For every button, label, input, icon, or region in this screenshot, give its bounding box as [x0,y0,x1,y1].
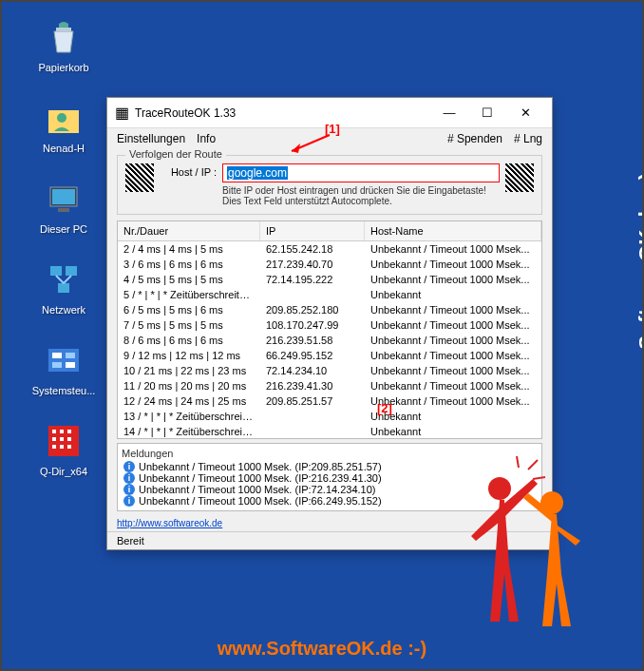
svg-rect-10 [52,353,62,358]
table-row[interactable]: 2 / 4 ms | 4 ms | 5 ms62.155.242.18Unbek… [118,241,541,257]
messages-label: Meldungen [122,448,538,459]
svg-rect-4 [52,189,75,204]
table-row[interactable]: 9 / 12 ms | 12 ms | 12 ms66.249.95.152Un… [118,348,541,363]
svg-rect-22 [60,445,64,449]
desktop-icon-user[interactable]: Nenad-H [30,97,97,154]
host-label: Host / IP : [160,163,217,178]
watermark-vertical: www.SoftwareOK.de :-) [635,173,644,403]
message-row: iUnbekannt / Timeout 1000 Msek. (IP:72.1… [122,484,538,495]
svg-rect-8 [58,283,69,293]
messages-panel: Meldungen iUnbekannt / Timeout 1000 Msek… [117,443,542,511]
app-icon: ▦ [115,104,129,122]
svg-rect-17 [67,430,71,433]
desktop-icon-pc[interactable]: Dieser PC [30,178,97,235]
svg-rect-18 [52,437,56,441]
menu-lang[interactable]: # Lng [514,132,542,145]
qr-icon-right[interactable] [505,163,534,192]
desktop-icon-control[interactable]: Systemsteu... [30,339,97,396]
table-row[interactable]: 8 / 6 ms | 6 ms | 6 ms216.239.51.58Unbek… [118,333,541,348]
maximize-button[interactable]: ☐ [468,105,506,120]
status-bar: Bereit [107,531,552,549]
window-title: TraceRouteOK 1.33 [135,106,430,120]
table-row[interactable]: 5 / * | * | * Zeitüberschreitung...Unbek… [118,287,541,302]
svg-rect-19 [60,437,64,441]
col-nr[interactable]: Nr./Dauer [118,221,260,240]
network-icon [43,259,85,300]
table-row[interactable]: 6 / 5 ms | 5 ms | 6 ms209.85.252.180Unbe… [118,302,541,317]
message-row: iUnbekannt / Timeout 1000 Msek. (IP:216.… [122,472,538,484]
info-icon: i [123,461,135,472]
svg-rect-6 [50,266,62,276]
list-header: Nr./Dauer IP Host-Name [118,221,541,241]
col-host[interactable]: Host-Name [365,221,541,240]
table-row[interactable]: 12 / 24 ms | 24 ms | 25 ms209.85.251.57U… [118,393,541,409]
app-window: ▦ TraceRouteOK 1.33 — ☐ ✕ Einstellungen … [106,97,553,550]
svg-rect-5 [58,208,69,212]
info-icon: i [123,472,135,484]
col-ip[interactable]: IP [260,221,365,240]
table-row[interactable]: 11 / 20 ms | 20 ms | 20 ms216.239.41.30U… [118,378,541,393]
table-row[interactable]: 13 / * | * | * Zeitüberschreitun...Unbek… [118,409,541,424]
desktop-icon-recycle[interactable]: Papierkorb [30,16,97,73]
close-button[interactable]: ✕ [506,105,544,120]
menu-info[interactable]: Info [197,132,216,145]
recycle-bin-icon [43,16,85,58]
svg-rect-11 [66,353,75,358]
host-hint: Bitte IP oder Host eintragen und drücken… [222,185,500,206]
info-icon: i [123,484,135,495]
menubar: Einstellungen Info # Spenden # Lng [107,128,552,149]
control-panel-icon [43,339,85,381]
svg-rect-13 [66,362,75,368]
qdir-icon [43,420,85,462]
menu-settings[interactable]: Einstellungen [117,132,185,145]
svg-rect-0 [56,28,71,31]
message-row: iUnbekannt / Timeout 1000 Msek. (IP:66.2… [122,495,538,507]
user-folder-icon [43,97,85,139]
table-row[interactable]: 14 / * | * | * ZeitüberschreitunUnbekann… [118,424,541,439]
host-input[interactable]: google.com [222,163,500,182]
table-row[interactable]: 7 / 5 ms | 5 ms | 5 ms108.170.247.99Unbe… [118,317,541,333]
message-row: iUnbekannt / Timeout 1000 Msek. (IP:209.… [122,461,538,472]
desktop-icon-qdir[interactable]: Q-Dir_x64 [30,420,97,477]
svg-rect-15 [52,430,56,433]
titlebar[interactable]: ▦ TraceRouteOK 1.33 — ☐ ✕ [107,98,552,128]
svg-rect-21 [52,445,56,449]
svg-rect-7 [66,266,77,276]
minimize-button[interactable]: — [430,105,468,120]
info-icon: i [123,495,135,507]
group-label: Verfolgen der Route [125,148,226,160]
route-group: Verfolgen der Route Host / IP : google.c… [117,155,542,215]
svg-rect-23 [67,445,71,449]
computer-icon [43,178,85,220]
table-row[interactable]: 4 / 5 ms | 5 ms | 5 ms72.14.195.222Unbek… [118,272,541,287]
svg-rect-20 [67,437,71,441]
svg-rect-9 [48,349,79,372]
results-list[interactable]: Nr./Dauer IP Host-Name 2 / 4 ms | 4 ms |… [117,220,542,439]
watermark-horizontal: www.SoftwareOK.de :-) [218,638,426,660]
table-row[interactable]: 10 / 21 ms | 22 ms | 23 ms72.14.234.10Un… [118,363,541,378]
svg-rect-12 [52,362,62,368]
svg-point-2 [57,113,66,123]
footer-link[interactable]: http://www.softwareok.de [107,515,552,531]
table-row[interactable]: 3 / 6 ms | 6 ms | 6 ms217.239.40.70Unbek… [118,257,541,272]
qr-icon-left[interactable] [125,163,154,192]
menu-donate[interactable]: # Spenden [447,132,502,145]
svg-rect-16 [60,430,64,433]
desktop-icon-network[interactable]: Netzwerk [30,259,97,316]
